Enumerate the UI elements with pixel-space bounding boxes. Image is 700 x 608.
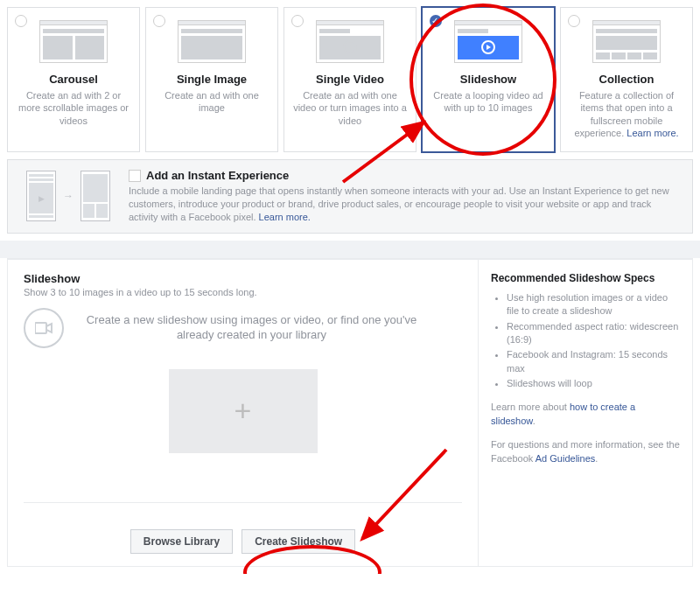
plus-icon: + (234, 394, 252, 428)
radio-icon (568, 15, 580, 27)
specs-item: Recommended aspect ratio: widescreen (16… (507, 320, 680, 347)
specs-guidelines: For questions and more information, see … (491, 438, 680, 465)
format-title: Collection (568, 73, 685, 86)
recommended-specs-panel: Recommended Slideshow Specs Use high res… (478, 259, 693, 567)
slideshow-creator-panel: Slideshow Show 3 to 10 images in a video… (7, 259, 478, 567)
thumb-collection (568, 17, 685, 66)
ad-guidelines-link[interactable]: Ad Guidelines (536, 453, 596, 464)
format-desc: Create a looping video ad with up to 10 … (430, 89, 547, 115)
specs-item: Use high resolution images or a video fi… (507, 291, 680, 318)
instant-experience-title: Add an Instant Experience (146, 169, 289, 182)
collection-learn-more-link[interactable]: Learn more. (626, 128, 678, 138)
format-title: Slideshow (430, 73, 547, 86)
create-slideshow-button[interactable]: Create Slideshow (242, 529, 355, 554)
video-camera-icon (24, 308, 64, 348)
specs-item: Slideshows will loop (507, 377, 680, 390)
radio-icon (291, 15, 304, 27)
instant-experience-desc: Include a mobile landing page that opens… (129, 185, 680, 224)
thumb-slideshow (430, 17, 547, 66)
radio-checked-icon (430, 15, 442, 27)
format-title: Single Video (291, 73, 409, 86)
slideshow-create-text: Create a new slideshow using images or v… (76, 313, 462, 343)
format-title: Single Image (153, 73, 270, 86)
slideshow-dropzone[interactable]: + (169, 369, 318, 453)
instant-experience-checkbox[interactable] (129, 170, 141, 182)
browse-library-button[interactable]: Browse Library (130, 529, 233, 554)
radio-icon (15, 15, 27, 27)
specs-learn-more: Learn more about how to create a slidesh… (491, 401, 680, 428)
format-desc: Create an ad with one video or turn imag… (291, 89, 409, 127)
radio-icon (153, 15, 165, 27)
format-desc: Feature a collection of items that open … (568, 89, 685, 139)
thumb-single-image (153, 17, 270, 66)
slideshow-panel-subtitle: Show 3 to 10 images in a video up to 15 … (24, 287, 462, 297)
format-card-slideshow[interactable]: Slideshow Create a looping video ad with… (422, 7, 555, 152)
instant-learn-more-link[interactable]: Learn more. (259, 212, 311, 222)
format-card-carousel[interactable]: Carousel Create an ad with 2 or more scr… (7, 7, 140, 152)
format-card-single-video[interactable]: Single Video Create an ad with one video… (284, 7, 416, 152)
format-selector: Carousel Create an ad with 2 or more scr… (0, 0, 700, 152)
format-card-single-image[interactable]: Single Image Create an ad with one image (145, 7, 278, 152)
specs-list: Use high resolution images or a video fi… (491, 291, 680, 391)
format-desc: Create an ad with one image (153, 89, 270, 115)
format-card-collection[interactable]: Collection Feature a collection of items… (560, 7, 693, 152)
format-desc: Create an ad with 2 or more scrollable i… (15, 89, 132, 127)
instant-experience-section: ▶ → Add an Instant Experience Include a … (7, 159, 693, 234)
arrow-icon: → (63, 190, 74, 202)
thumb-single-video (291, 17, 409, 66)
slideshow-panel-title: Slideshow (24, 272, 462, 285)
svg-rect-0 (35, 323, 46, 333)
instant-illustration: ▶ → (20, 169, 116, 224)
thumb-carousel (15, 17, 132, 66)
format-title: Carousel (15, 73, 132, 86)
specs-item: Facebook and Instagram: 15 seconds max (507, 348, 680, 375)
specs-title: Recommended Slideshow Specs (491, 272, 680, 284)
